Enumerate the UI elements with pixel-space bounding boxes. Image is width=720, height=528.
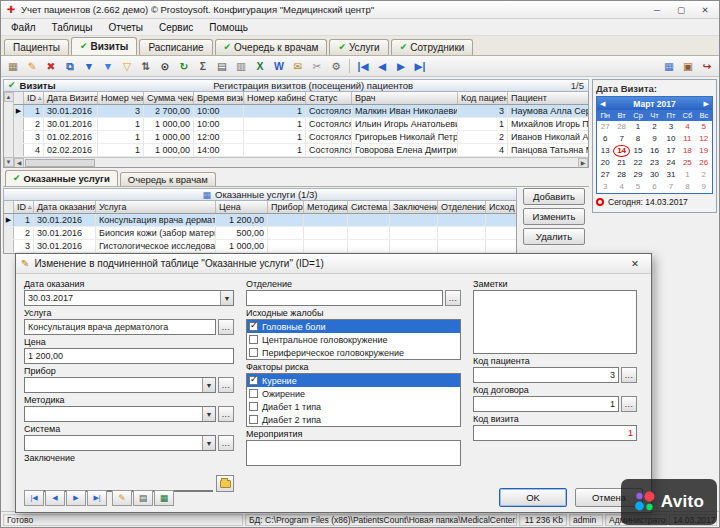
scroll-down-icon[interactable]: ▼: [4, 157, 14, 167]
contract-code-input[interactable]: 1: [473, 396, 619, 412]
calendar-next-icon[interactable]: ▶: [704, 100, 709, 108]
calendar-day[interactable]: 19: [696, 145, 712, 157]
column-header-device[interactable]: Прибор: [268, 201, 304, 213]
edit-service-button[interactable]: Изменить: [523, 208, 585, 225]
visits-table-row[interactable]: 3 01.02.2016 1 1 000,00 12:00 1 Состоялс…: [14, 131, 588, 144]
column-header-department[interactable]: Отделение: [438, 201, 486, 213]
checkbox-icon[interactable]: [249, 389, 258, 398]
service-picker-button[interactable]: ...: [218, 319, 234, 335]
list-option[interactable]: Диабет 2 типа: [247, 413, 460, 426]
menu-item[interactable]: Сервис: [151, 20, 201, 35]
scroll-right-icon[interactable]: ▶: [578, 158, 588, 168]
delete-record-icon[interactable]: ✖: [42, 58, 60, 75]
list-option[interactable]: Периферическое головокружение: [247, 346, 460, 359]
calendar-day[interactable]: 25: [679, 157, 695, 169]
edit-icon[interactable]: ✎: [112, 490, 132, 506]
close-button[interactable]: ✕: [695, 3, 715, 17]
sub-tab[interactable]: ✔ Оказанные услуги: [5, 170, 118, 186]
calendar-day[interactable]: 10: [663, 133, 679, 145]
calendar-day[interactable]: 29: [630, 169, 646, 181]
column-header-check-amount[interactable]: Сумма чека: [144, 92, 194, 104]
search-icon[interactable]: ⊙: [156, 58, 174, 75]
calendar-day[interactable]: 8: [630, 133, 646, 145]
checkbox-icon[interactable]: [249, 322, 258, 331]
settings-icon[interactable]: ⚙: [327, 58, 345, 75]
list-option[interactable]: Головные боли: [247, 320, 460, 333]
department-picker-button[interactable]: ...: [445, 290, 461, 306]
scrollbar-thumb[interactable]: [25, 159, 95, 167]
device-picker-button[interactable]: ...: [218, 377, 234, 393]
calendar-day[interactable]: 11: [679, 133, 695, 145]
services-table-row[interactable]: 3 30.01.2016 Гистологическое исследовани…: [4, 240, 516, 253]
column-header-service[interactable]: Услуга: [96, 201, 216, 213]
calendar-day[interactable]: 27: [597, 169, 613, 181]
scroll-left-icon[interactable]: ◀: [14, 158, 24, 168]
visits-vertical-scrollbar[interactable]: ▲ ▼: [4, 92, 14, 167]
calendar-day[interactable]: 12: [696, 133, 712, 145]
record-last-button[interactable]: ▶|: [87, 490, 107, 506]
calendar-day[interactable]: 7: [613, 133, 629, 145]
menu-item[interactable]: Помощь: [201, 20, 256, 35]
calendar-day[interactable]: 9: [646, 133, 662, 145]
export-excel-icon[interactable]: X: [251, 58, 269, 75]
sub-tab[interactable]: Очередь к врачам: [120, 172, 216, 186]
calendar-day[interactable]: 2: [646, 121, 662, 133]
checkbox-icon[interactable]: [249, 376, 258, 385]
menu-item[interactable]: Отчеты: [100, 20, 151, 35]
calendar-day[interactable]: 20: [597, 157, 613, 169]
method-select[interactable]: ▼: [24, 406, 216, 422]
nav-prev-icon[interactable]: ◀: [373, 58, 391, 75]
column-header-patient-code[interactable]: Код пациента: [458, 92, 508, 104]
exit-icon[interactable]: ↪: [698, 58, 716, 75]
column-header-id[interactable]: ID▵: [14, 201, 34, 213]
sum-icon[interactable]: Σ: [194, 58, 212, 75]
service-date-input[interactable]: 30.03.2017 ▼: [24, 290, 234, 306]
calendar-day[interactable]: 26: [696, 157, 712, 169]
calendar-icon[interactable]: ▣: [679, 58, 697, 75]
list-option[interactable]: Ожирение: [247, 387, 460, 400]
calendar-day[interactable]: 27: [597, 121, 613, 133]
filter-clear-icon[interactable]: ▽: [118, 58, 136, 75]
record-first-button[interactable]: |◀: [24, 490, 44, 506]
scissors-icon[interactable]: ✂: [308, 58, 326, 75]
column-header-id[interactable]: ID▵: [24, 92, 44, 104]
calendar-day[interactable]: 17: [663, 145, 679, 157]
chevron-down-icon[interactable]: ▼: [202, 436, 215, 450]
list-option[interactable]: Центральное головокружение: [247, 333, 460, 346]
visit-code-input[interactable]: 1: [473, 425, 637, 441]
column-header-conclusion[interactable]: Заключение: [390, 201, 438, 213]
main-tab[interactable]: ✔ Очередь к врачам: [215, 39, 328, 55]
column-header-visit-date[interactable]: Дата Визита: [44, 92, 98, 104]
chevron-down-icon[interactable]: ▼: [202, 378, 215, 392]
visits-horizontal-scrollbar[interactable]: ◀ ▶: [14, 157, 588, 167]
calendar-day[interactable]: 28: [613, 121, 629, 133]
column-header-price[interactable]: Цена: [216, 201, 268, 213]
column-header-check-number[interactable]: Номер чека: [98, 92, 144, 104]
calendar-day[interactable]: 14: [613, 145, 629, 157]
chevron-down-icon[interactable]: ▼: [202, 407, 215, 421]
calendar-day[interactable]: 4: [679, 121, 695, 133]
calendar-day[interactable]: 28: [613, 169, 629, 181]
calendar-day[interactable]: 4: [613, 181, 629, 193]
visits-table-row[interactable]: 4 02.02.2016 1 1 000,00 14:00 1 Состоялс…: [14, 144, 588, 157]
complaints-listbox[interactable]: Головные боли Центральное головокружение…: [246, 319, 461, 360]
record-next-button[interactable]: ▶: [66, 490, 86, 506]
events-listbox[interactable]: [246, 440, 461, 466]
grid-view-icon[interactable]: ▦: [660, 58, 678, 75]
print-icon[interactable]: ▤: [213, 58, 231, 75]
calendar-day[interactable]: 23: [646, 157, 662, 169]
scroll-up-icon[interactable]: ▲: [4, 92, 14, 102]
calendar-day[interactable]: 8: [679, 181, 695, 193]
nav-first-icon[interactable]: |◀: [354, 58, 372, 75]
checkbox-icon[interactable]: [249, 402, 258, 411]
list-option[interactable]: Диабет 1 типа: [247, 400, 460, 413]
calendar-day[interactable]: 5: [696, 121, 712, 133]
refresh-icon[interactable]: ↻: [175, 58, 193, 75]
calendar-day[interactable]: 7: [663, 181, 679, 193]
calendar-day[interactable]: 18: [679, 145, 695, 157]
calendar-day[interactable]: 3: [663, 121, 679, 133]
calendar-day[interactable]: 15: [630, 145, 646, 157]
chevron-down-icon[interactable]: ▼: [220, 291, 233, 305]
calendar-day[interactable]: 21: [613, 157, 629, 169]
notes-textarea[interactable]: [473, 290, 637, 354]
